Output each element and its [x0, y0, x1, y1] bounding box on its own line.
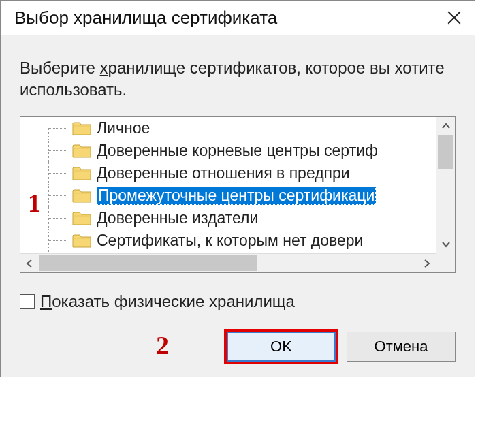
tree-connector — [42, 162, 72, 185]
tree-connector — [42, 140, 72, 162]
scroll-left-arrow[interactable] — [20, 254, 38, 273]
tree-item-label: Личное — [97, 119, 150, 138]
window-title: Выбор хранилища сертификата — [14, 7, 277, 29]
tree-item[interactable]: Сертификаты, к которым нет довери — [42, 229, 436, 252]
folder-icon — [72, 120, 91, 136]
horizontal-scrollbar[interactable] — [20, 253, 436, 272]
certificate-store-tree[interactable]: 1 Личное Доверенные корневые центры серт… — [20, 116, 456, 273]
tree-item-label: Доверенные отношения в предпри — [97, 164, 350, 182]
folder-icon — [72, 165, 91, 181]
chevron-up-icon — [442, 123, 450, 129]
chevron-down-icon — [442, 241, 450, 248]
cancel-button[interactable]: Отмена — [347, 332, 456, 362]
horizontal-scroll-thumb[interactable] — [39, 255, 257, 271]
tree-connector — [42, 185, 72, 207]
tree-item-label: Промежуточные центры сертификаци — [97, 187, 376, 205]
vertical-scroll-thumb[interactable] — [438, 135, 453, 169]
scroll-corner — [436, 253, 455, 272]
tree-item[interactable]: Доверенные издатели — [42, 207, 436, 229]
folder-icon — [72, 232, 91, 249]
close-button[interactable] — [441, 6, 468, 29]
titlebar: Выбор хранилища сертификата — [1, 1, 475, 35]
checkbox-label: Показать физические хранилища — [40, 292, 295, 311]
button-row: 2 OK Отмена — [20, 332, 456, 364]
scroll-right-arrow[interactable] — [418, 254, 436, 273]
instruction-accel: х — [100, 59, 108, 77]
tree-item[interactable]: Промежуточные центры сертификаци — [42, 185, 436, 207]
tree-item[interactable]: Доверенные корневые центры сертиф — [42, 140, 436, 162]
tree-connector — [42, 207, 72, 229]
tree-connector — [42, 229, 72, 252]
folder-icon — [72, 187, 91, 204]
vertical-scrollbar[interactable] — [436, 117, 455, 253]
scroll-up-arrow[interactable] — [436, 117, 455, 135]
scroll-down-arrow[interactable] — [436, 236, 455, 253]
show-physical-stores-checkbox[interactable]: Показать физические хранилища — [20, 292, 456, 311]
tree-item[interactable]: Личное — [42, 117, 436, 140]
chevron-left-icon — [26, 259, 33, 268]
dialog-window: Выбор хранилища сертификата Выберите хра… — [0, 0, 475, 377]
folder-icon — [72, 142, 91, 159]
tree-connector — [42, 117, 72, 140]
dialog-content: Выберите хранилище сертификатов, которое… — [1, 35, 475, 377]
chevron-right-icon — [424, 259, 430, 268]
folder-icon — [72, 210, 91, 226]
tree-item-label: Доверенные издатели — [97, 209, 258, 227]
close-icon — [447, 11, 461, 25]
ok-button[interactable]: OK — [227, 332, 336, 362]
tree-item-label: Сертификаты, к которым нет довери — [97, 231, 363, 250]
instruction-text: Выберите хранилище сертификатов, которое… — [20, 57, 456, 101]
tree-viewport: Личное Доверенные корневые центры сертиф… — [20, 117, 436, 253]
annotation-2: 2 — [156, 330, 169, 360]
tree-item-label: Доверенные корневые центры сертиф — [97, 142, 378, 160]
checkbox-box[interactable] — [20, 294, 35, 309]
tree-item[interactable]: Доверенные отношения в предпри — [42, 162, 436, 185]
instruction-prefix: Выберите — [20, 59, 100, 77]
